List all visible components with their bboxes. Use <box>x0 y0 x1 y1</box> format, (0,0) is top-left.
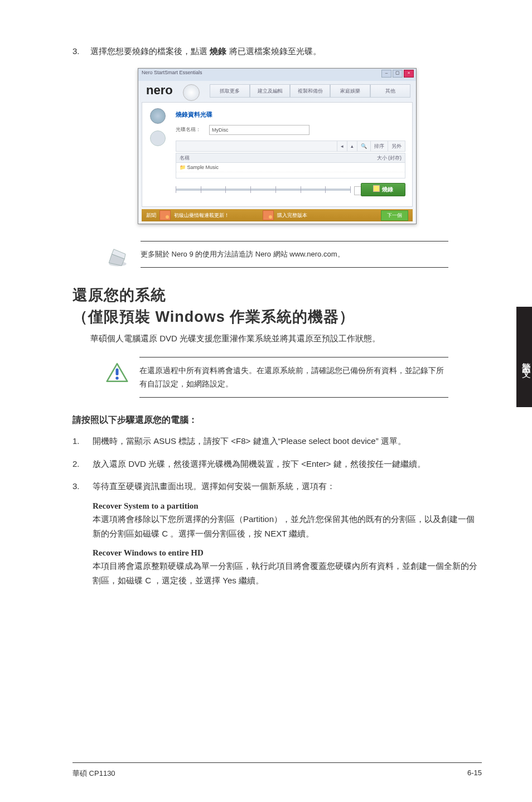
slider-tick <box>201 186 201 193</box>
step-item: 等待直至硬碟資訊畫面出現。選擇如何安裝一個新系統，選項有： <box>72 479 482 494</box>
dial-icon[interactable] <box>183 84 200 101</box>
nero-note-text: 更多關於 Nero 9 的使用方法請造訪 Nero 網站 www.nero.co… <box>141 241 448 268</box>
toolbar-search-icon[interactable]: 🔍 <box>357 141 370 151</box>
warning-icon <box>106 363 128 383</box>
list-toolbar: ◂ ▴ 🔍 排序 另外 <box>176 141 405 152</box>
warning-note: 在還原過程中所有資料將會遺失。在還原系統前，請確認您已備份所有資料，並記錄下所有… <box>106 357 448 398</box>
option-1-title: Recover System to a partition <box>93 501 482 511</box>
slider-tick <box>325 186 326 193</box>
pencil-icon <box>106 244 129 268</box>
col-name[interactable]: 名稱 <box>176 153 346 162</box>
option-2-body: 本項目將會還原整顆硬碟成為單一分割區，執行此項目將會覆蓋您硬碟內所有資料，並創建… <box>93 559 482 588</box>
option-1-body: 本選項將會移除以下您所選擇的分割區（Partition），並允許您保留其他的既有… <box>93 512 482 542</box>
slider-tick <box>250 186 251 193</box>
nero-tabs: 抓取更多 建立及編輯 複製和備份 家庭娛樂 其他 <box>210 84 410 98</box>
step-item: 放入還原 DVD 光碟，然後選擇光碟機為開機裝置，按下 <Enter> 鍵，然後… <box>72 457 482 471</box>
step-3-bold: 燒錄 <box>210 46 226 56</box>
slider-tick <box>225 186 226 193</box>
data-disc-icon[interactable] <box>150 108 166 124</box>
tab-copy[interactable]: 複製和備份 <box>290 84 330 98</box>
step-3: 3. 選擇您想要燒錄的檔案後，點選 燒錄 將已選檔案燒錄至光碟。 <box>72 45 482 58</box>
window-titlebar: Nero StartSmart Essentials <box>138 69 416 81</box>
maximize-icon[interactable]: ▢ <box>393 70 403 78</box>
burn-button[interactable]: 燒錄 <box>361 183 405 196</box>
tab-rip[interactable]: 抓取更多 <box>210 84 250 98</box>
list-item[interactable]: 📁 Sample Music <box>176 163 405 172</box>
step-item: 開機時，當顯示 ASUS 標誌，請按下 <F8> 鍵進入“Please sele… <box>72 434 482 448</box>
toolbar-back-icon[interactable]: ◂ <box>337 141 347 151</box>
list-header: 名稱 大小 (封存) <box>176 153 405 163</box>
nero-footer: 新聞 初級山藥情報連載更新！ 購入完整版本 下一個 <box>142 209 413 221</box>
section-intro: 華碩個人電腦還原 DVD 光碟支援您重灌作業系統並將其還原至預設工作狀態。 <box>90 331 482 346</box>
nero-window: Nero StartSmart Essentials – ▢ × nero 抓取… <box>138 68 417 224</box>
side-tab: 繁體中文 <box>516 307 532 407</box>
section-heading-l1: 還原您的系統 <box>72 287 166 303</box>
minimize-icon[interactable]: – <box>381 70 391 78</box>
toolbar-view[interactable]: 另外 <box>388 141 405 151</box>
footer-page-number: 6-15 <box>467 769 482 779</box>
slider-tick <box>350 186 351 193</box>
rss-icon[interactable] <box>159 210 171 220</box>
toolbar-sort[interactable]: 排序 <box>370 141 388 151</box>
slider-tick <box>275 186 276 193</box>
step-3-before: 選擇您想要燒錄的檔案後，點選 <box>90 46 210 56</box>
footer-news-text: 初級山藥情報連載更新！ <box>174 212 229 219</box>
window-title: Nero StartSmart Essentials <box>142 70 202 75</box>
nero-logo: nero <box>146 83 173 98</box>
list-item-label: Sample Music <box>187 165 219 170</box>
step-3-after: 將已選檔案燒錄至光碟。 <box>226 46 321 56</box>
toolbar-up-icon[interactable]: ▴ <box>347 141 357 151</box>
window-controls: – ▢ × <box>381 70 414 78</box>
slider-tick <box>301 186 301 193</box>
svg-point-5 <box>115 376 118 379</box>
page-footer: 華碩 CP1130 6-15 <box>72 762 482 779</box>
section-heading-l2: （僅限預裝 Windows 作業系統的機器） <box>72 308 355 325</box>
file-list: 名稱 大小 (封存) 📁 Sample Music <box>176 153 405 178</box>
footer-next-button[interactable]: 下一個 <box>381 210 408 221</box>
nero-body: 燒錄資料光碟 光碟名稱： MyDisc ◂ ▴ 🔍 排序 另外 名稱 大小 (封… <box>142 102 413 207</box>
slider-tick <box>176 186 176 193</box>
tab-home[interactable]: 家庭娛樂 <box>330 84 370 98</box>
option-2-title: Recover Windows to entire HD <box>93 548 482 558</box>
footer-model: 華碩 CP1130 <box>72 769 115 779</box>
nero-note: 更多關於 Nero 9 的使用方法請造訪 Nero 網站 www.nero.co… <box>106 241 448 268</box>
steps-list: 開機時，當顯示 ASUS 標誌，請按下 <F8> 鍵進入“Please sele… <box>72 434 482 494</box>
size-slider[interactable]: 內容 <box>176 184 351 195</box>
svg-rect-4 <box>116 368 119 375</box>
audio-disc-icon[interactable] <box>150 131 166 146</box>
section-heading: 還原您的系統 （僅限預裝 Windows 作業系統的機器） <box>72 284 482 328</box>
steps-heading: 請按照以下步驟還原您的電腦： <box>72 414 482 426</box>
tab-other[interactable]: 其他 <box>370 84 410 98</box>
warning-text: 在還原過程中所有資料將會遺失。在還原系統前，請確認您已備份所有資料，並記錄下所有… <box>139 357 448 398</box>
nero-screenshot: Nero StartSmart Essentials – ▢ × nero 抓取… <box>138 68 417 224</box>
rss-icon[interactable] <box>263 210 274 220</box>
burn-data-caption: 燒錄資料光碟 <box>176 110 212 119</box>
close-icon[interactable]: × <box>404 70 414 78</box>
footer-news-label: 新聞 <box>142 212 156 219</box>
col-size[interactable]: 大小 (封存) <box>346 153 405 162</box>
tab-create[interactable]: 建立及編輯 <box>250 84 290 98</box>
disc-name-label: 光碟名稱： <box>176 126 201 133</box>
disc-name-input[interactable]: MyDisc <box>209 125 309 135</box>
footer-center: 購入完整版本 <box>277 212 307 219</box>
step-3-num: 3. <box>72 45 88 58</box>
